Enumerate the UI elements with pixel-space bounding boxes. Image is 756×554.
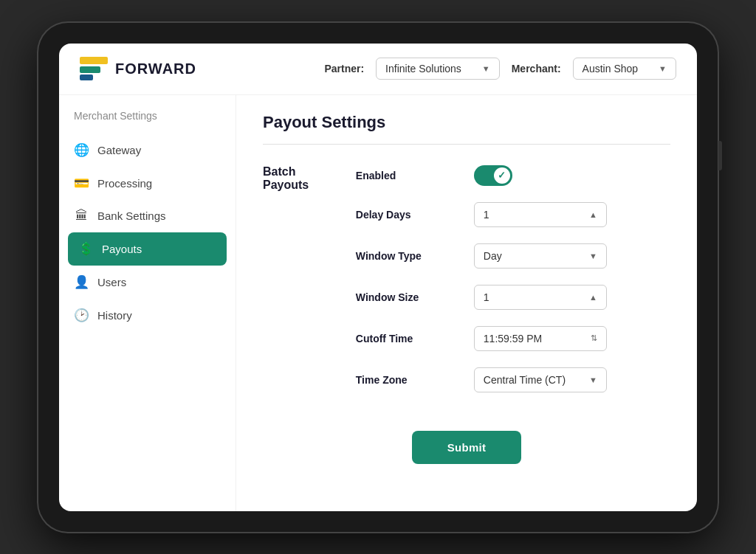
chevron-up-icon: ▲ — [589, 210, 597, 219]
sidebar: Merchant Settings 🌐 Gateway 💳 Processing… — [59, 95, 236, 511]
merchant-chevron-icon: ▼ — [659, 64, 667, 73]
partner-chevron-icon: ▼ — [482, 64, 490, 73]
field-enabled: Enabled ✓ — [356, 165, 670, 186]
dropdown-window-type[interactable]: Day ▼ — [474, 243, 607, 269]
partner-select[interactable]: Infinite Solutions ▼ — [376, 58, 500, 80]
main-content: Payout Settings Batch Payouts Enabled ✓ — [236, 95, 697, 511]
partner-label: Partner: — [324, 63, 364, 75]
field-delay-days: Delay Days 1 ▲ — [356, 202, 670, 227]
field-window-type: Window Type Day ▼ — [356, 243, 670, 269]
label-time-zone: Time Zone — [356, 374, 474, 386]
field-value-delay-days: 1 ▲ — [474, 202, 670, 227]
merchant-select[interactable]: Austin Shop ▼ — [573, 58, 676, 80]
submit-area: Submit — [263, 416, 670, 479]
toggle-enabled[interactable]: ✓ — [474, 165, 512, 186]
submit-button[interactable]: Submit — [412, 431, 522, 464]
sidebar-item-label: Bank Settings — [97, 210, 166, 222]
form-area: Batch Payouts Enabled ✓ — [263, 165, 670, 409]
field-value-enabled: ✓ — [474, 165, 670, 186]
chevron-down-icon: ▼ — [589, 375, 597, 384]
dropdown-value: Central Time (CT) — [484, 374, 566, 386]
label-window-type: Window Type — [356, 250, 474, 262]
sidebar-item-bank-settings[interactable]: 🏛 Bank Settings — [59, 200, 236, 232]
dropdown-value: 11:59:59 PM — [484, 333, 542, 344]
svg-rect-0 — [80, 57, 108, 64]
svg-rect-1 — [80, 66, 100, 73]
gateway-icon: 🌐 — [74, 142, 89, 158]
bank-icon: 🏛 — [74, 209, 89, 224]
sidebar-section-title: Merchant Settings — [59, 110, 236, 134]
sidebar-item-gateway[interactable]: 🌐 Gateway — [59, 134, 236, 167]
sidebar-item-payouts[interactable]: 💲 Payouts — [68, 232, 227, 266]
field-window-size: Window Size 1 ▲ — [356, 285, 670, 310]
field-time-zone: Time Zone Central Time (CT) ▼ — [356, 367, 670, 392]
header-controls: Partner: Infinite Solutions ▼ Merchant: … — [324, 58, 676, 80]
form-fields: Enabled ✓ Delay Days — [356, 165, 670, 409]
label-delay-days: Delay Days — [356, 209, 474, 221]
history-icon: 🕑 — [74, 308, 89, 323]
toggle-knob: ✓ — [494, 167, 510, 184]
sidebar-item-history[interactable]: 🕑 History — [59, 299, 236, 332]
dropdown-value: 1 — [484, 291, 489, 303]
label-enabled: Enabled — [356, 170, 474, 181]
sidebar-item-label: Payouts — [102, 243, 142, 255]
sidebar-item-users[interactable]: 👤 Users — [59, 266, 236, 299]
field-value-window-size: 1 ▲ — [474, 285, 670, 310]
processing-icon: 💳 — [74, 176, 89, 191]
dropdown-value: 1 — [484, 209, 489, 221]
field-value-window-type: Day ▼ — [474, 243, 670, 269]
dropdown-cutoff-time[interactable]: 11:59:59 PM ⇅ — [474, 326, 607, 351]
logo-text: FORWARD — [115, 60, 196, 77]
tablet-frame: FORWARD Partner: Infinite Solutions ▼ Me… — [38, 23, 718, 532]
field-value-time-zone: Central Time (CT) ▼ — [474, 367, 670, 392]
dropdown-window-size[interactable]: 1 ▲ — [474, 285, 607, 310]
sidebar-item-label: History — [97, 309, 132, 322]
sidebar-item-label: Users — [97, 276, 126, 288]
payouts-icon: 💲 — [78, 241, 93, 257]
label-cutoff-time: Cutoff Time — [356, 333, 474, 344]
logo-icon — [80, 57, 108, 80]
partner-value: Infinite Solutions — [385, 63, 461, 75]
section-label: Batch Payouts — [263, 165, 326, 394]
svg-rect-2 — [80, 75, 93, 80]
sidebar-item-label: Gateway — [97, 144, 141, 156]
sidebar-item-processing[interactable]: 💳 Processing — [59, 167, 236, 200]
users-icon: 👤 — [74, 274, 89, 290]
divider — [263, 144, 670, 145]
merchant-label: Merchant: — [512, 63, 561, 75]
body: Merchant Settings 🌐 Gateway 💳 Processing… — [59, 95, 697, 511]
field-cutoff-time: Cutoff Time 11:59:59 PM ⇅ — [356, 326, 670, 351]
tablet-screen: FORWARD Partner: Infinite Solutions ▼ Me… — [59, 44, 697, 511]
chevron-down-icon: ▼ — [589, 252, 597, 260]
chevron-up-icon: ▲ — [589, 293, 597, 302]
logo-area: FORWARD — [80, 57, 196, 80]
label-window-size: Window Size — [356, 291, 474, 303]
dropdown-value: Day — [484, 250, 502, 262]
sidebar-item-label: Processing — [97, 177, 152, 190]
field-value-cutoff-time: 11:59:59 PM ⇅ — [474, 326, 670, 351]
header: FORWARD Partner: Infinite Solutions ▼ Me… — [59, 44, 697, 95]
page-title: Payout Settings — [263, 113, 670, 132]
dropdown-delay-days[interactable]: 1 ▲ — [474, 202, 607, 227]
dropdown-time-zone[interactable]: Central Time (CT) ▼ — [474, 367, 607, 392]
spin-icon: ⇅ — [591, 333, 597, 343]
merchant-value: Austin Shop — [583, 63, 639, 75]
